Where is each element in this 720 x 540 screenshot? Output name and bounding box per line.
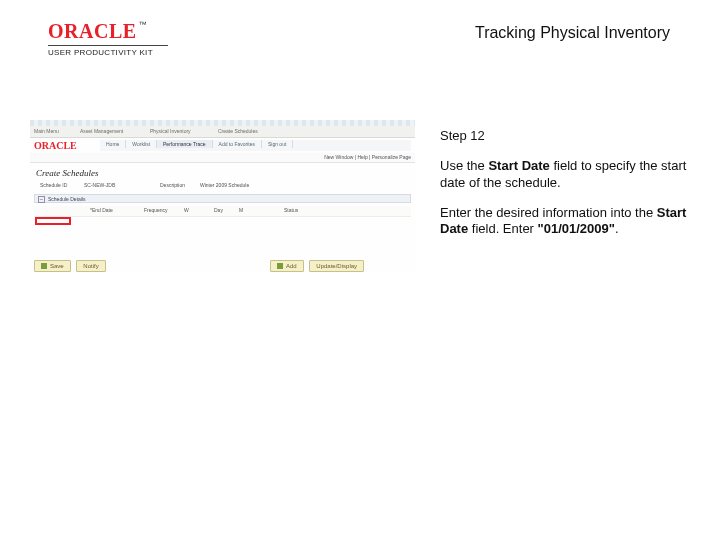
collapse-icon[interactable]: − (38, 196, 45, 203)
frequency-value[interactable]: W (184, 207, 189, 213)
brand-block: ORACLE™ USER PRODUCTIVITY KIT (48, 20, 168, 57)
entry-value: "01/01/2009" (538, 221, 615, 236)
sub-toolbar: New Window | Help | Personalize Page (30, 153, 415, 163)
frequency-label: Frequency (144, 207, 168, 213)
sub-toolbar-links[interactable]: New Window | Help | Personalize Page (324, 154, 411, 160)
day-value[interactable]: M (239, 207, 243, 213)
text: Enter the desired information into the (440, 205, 657, 220)
app-window: Main Menu Asset Management Physical Inve… (30, 120, 415, 272)
top-link-signout[interactable]: Sign out (262, 140, 293, 148)
content-columns: Main Menu Asset Management Physical Inve… (0, 120, 720, 300)
end-date-label: *End Date (90, 207, 113, 213)
top-link-performance[interactable]: Performance Trace (157, 140, 213, 148)
page-root: ORACLE™ USER PRODUCTIVITY KIT Tracking P… (0, 0, 720, 540)
section-header-label: Schedule Details (48, 196, 86, 202)
app-screenshot: Main Menu Asset Management Physical Inve… (30, 120, 415, 272)
day-label: Day (214, 207, 223, 213)
update-button[interactable]: Update/Display (309, 260, 364, 272)
text: Use the (440, 158, 488, 173)
breadcrumb[interactable]: Asset Management (80, 128, 123, 134)
top-link-favorites[interactable]: Add to Favorites (213, 140, 262, 148)
breadcrumb[interactable]: Physical Inventory (150, 128, 191, 134)
text: . (615, 221, 619, 236)
page-heading: Create Schedules (36, 168, 98, 178)
trademark-symbol: ™ (139, 20, 147, 29)
top-links-bar: HomeWorklistPerformance TraceAdd to Favo… (100, 140, 411, 151)
start-date-input[interactable] (35, 217, 71, 225)
instruction-line-2: Enter the desired information into the S… (440, 205, 690, 238)
page-header: ORACLE™ USER PRODUCTIVITY KIT Tracking P… (0, 20, 720, 60)
page-title: Tracking Physical Inventory (475, 24, 670, 42)
notify-button[interactable]: Notify (76, 260, 105, 272)
form-row: *End Date Frequency W Day M Status (34, 206, 411, 217)
oracle-logo-text: ORACLE (48, 20, 137, 43)
status-label: Status (284, 207, 298, 213)
add-button[interactable]: Add (270, 260, 304, 272)
schedule-id-value: SC-NEW-JDB (84, 182, 115, 188)
text: field. Enter (468, 221, 537, 236)
description-value: Winter 2009 Schedule (200, 182, 249, 188)
top-link-worklist[interactable]: Worklist (126, 140, 157, 148)
brand-divider (48, 45, 168, 46)
field-name: Start Date (488, 158, 549, 173)
schedule-id-label: Schedule ID (40, 182, 67, 188)
save-button[interactable]: Save (34, 260, 71, 272)
description-label: Description (160, 182, 185, 188)
step-label: Step 12 (440, 128, 690, 144)
brand-subtitle: USER PRODUCTIVITY KIT (48, 48, 168, 57)
section-header: −Schedule Details (34, 194, 411, 203)
instruction-panel: Step 12 Use the Start Date field to spec… (440, 128, 690, 251)
top-link-home[interactable]: Home (100, 140, 126, 148)
breadcrumb-bar: Main Menu Asset Management Physical Inve… (30, 126, 415, 138)
app-brand-logo: ORACLE (34, 140, 77, 151)
breadcrumb[interactable]: Main Menu (34, 128, 59, 134)
breadcrumb[interactable]: Create Schedules (218, 128, 258, 134)
action-buttons-right: Add Update/Display (270, 260, 368, 272)
action-buttons-left: Save Notify (34, 260, 110, 272)
instruction-line-1: Use the Start Date field to specify the … (440, 158, 690, 191)
